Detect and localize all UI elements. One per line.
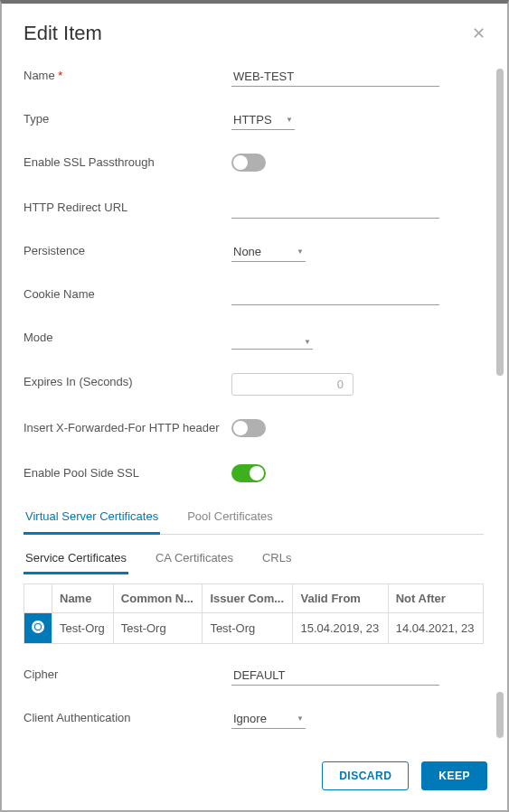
ssl-passthrough-toggle[interactable] [231,154,266,172]
mode-label: Mode [24,329,231,344]
type-label: Type [24,110,231,126]
type-select[interactable]: HTTPS▼ [231,110,295,130]
persistence-select[interactable]: None▼ [231,242,306,262]
col-issuer: Issuer Com... [203,583,293,612]
pool-ssl-label: Enable Pool Side SSL [24,464,231,480]
subtab-crls[interactable]: CRLs [260,546,294,574]
certificates-table: Name Common N... Issuer Com... Valid Fro… [24,583,484,644]
modal-body: Name * Type HTTPS▼ Enable SSL Passthroug… [2,52,507,745]
tab-virtual-server-certs[interactable]: Virtual Server Certificates [24,502,160,535]
cert-main-tabs: Virtual Server Certificates Pool Certifi… [24,502,484,535]
row-radio[interactable] [24,612,52,643]
xff-toggle[interactable] [231,419,266,437]
cipher-label: Cipher [24,666,231,681]
expires-label: Expires In (Seconds) [24,373,231,388]
client-auth-select[interactable]: Ignore▼ [231,709,306,729]
cookie-name-input[interactable] [231,285,439,305]
name-label: Name * [24,67,231,82]
cell-issuer: Test-Org [203,612,293,643]
mode-select[interactable]: ▼ [231,335,313,350]
subtab-ca-certs[interactable]: CA Certificates [154,546,235,574]
modal-title: Edit Item [24,22,102,45]
pool-ssl-toggle[interactable] [231,464,266,482]
persistence-label: Persistence [24,242,231,257]
close-icon[interactable]: ✕ [472,23,485,43]
modal-header: Edit Item ✕ [2,4,507,52]
col-not-after: Not After [388,583,483,612]
scrollbar-thumb-top[interactable] [496,69,504,376]
redirect-url-input[interactable] [231,199,439,219]
cell-from: 15.04.2019, 23 [293,612,388,643]
chevron-down-icon: ▼ [304,338,311,346]
cell-cn: Test-Org [113,612,203,643]
ssl-passthrough-label: Enable SSL Passthrough [24,154,231,169]
keep-button[interactable]: KEEP [421,761,487,790]
chevron-down-icon: ▼ [297,247,304,256]
chevron-down-icon: ▼ [297,714,304,723]
scrollbar[interactable] [496,69,507,738]
cell-to: 14.04.2021, 23 [388,612,483,643]
col-name: Name [52,583,114,612]
subtab-service-certs[interactable]: Service Certificates [24,546,128,574]
chevron-down-icon: ▼ [286,116,293,124]
tab-pool-certs[interactable]: Pool Certificates [185,502,275,534]
table-row[interactable]: Test-Org Test-Org Test-Org 15.04.2019, 2… [24,612,484,643]
cert-sub-tabs: Service Certificates CA Certificates CRL… [24,546,484,574]
xff-label: Insert X-Forwarded-For HTTP header [24,419,231,434]
scrollbar-thumb-bottom[interactable] [496,692,504,738]
col-common-name: Common N... [113,583,203,612]
client-auth-label: Client Authentication [24,709,231,724]
discard-button[interactable]: DISCARD [322,761,409,790]
table-header-row: Name Common N... Issuer Com... Valid Fro… [24,583,484,612]
cipher-input[interactable] [231,666,439,686]
redirect-url-label: HTTP Redirect URL [24,199,231,214]
col-valid-from: Valid From [293,583,388,612]
cell-name: Test-Org [52,612,114,643]
name-input[interactable] [231,67,439,87]
cookie-name-label: Cookie Name [24,285,231,301]
modal-footer: DISCARD KEEP [2,745,507,810]
expires-input[interactable] [231,373,353,396]
